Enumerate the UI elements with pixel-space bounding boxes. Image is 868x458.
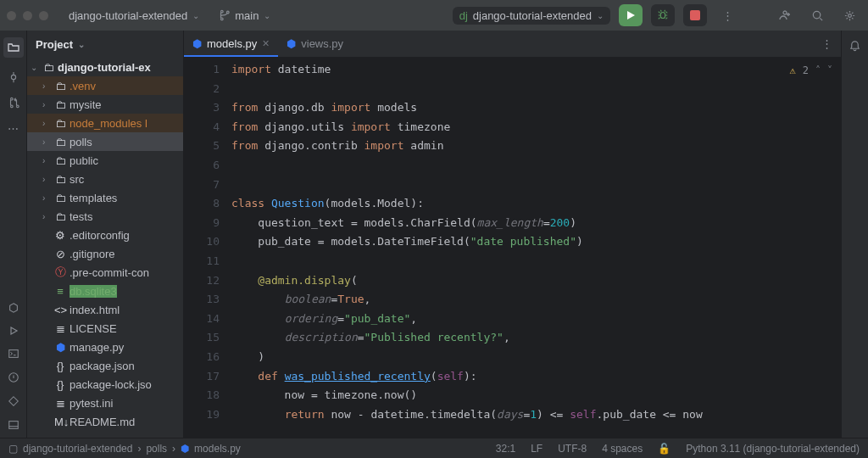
hex-icon (8, 302, 19, 314)
commit-tool-button[interactable] (8, 71, 19, 83)
line-separator[interactable]: LF (531, 443, 542, 455)
file-icon: ⚙ (54, 229, 66, 242)
title-bar: django-tutorial-extended ⌄ main ⌄ dj dja… (0, 0, 868, 31)
file-icon: 🗀 (54, 136, 66, 148)
close-icon[interactable]: ✕ (262, 38, 270, 49)
tab-more-button[interactable]: ⋮ (813, 31, 841, 57)
chevron-down-icon: ⌄ (192, 11, 199, 20)
chevron-right-icon: › (42, 212, 51, 221)
breadcrumb-item[interactable]: django-tutorial-extended (23, 443, 132, 455)
notifications-button[interactable] (849, 39, 861, 52)
commit-icon (8, 71, 19, 83)
file-icon: <> (54, 304, 66, 316)
project-tool-button[interactable] (3, 37, 24, 58)
stop-button[interactable] (683, 4, 707, 26)
tree-item[interactable]: ›🗀mysite (27, 95, 183, 114)
file-icon: 🗀 (54, 154, 66, 167)
tree-item-label: index.html (70, 304, 120, 316)
terminal-tool-button[interactable] (8, 348, 19, 360)
breadcrumb-item[interactable]: polls (146, 443, 167, 455)
code-editor[interactable]: ⚠ 2 ˄ ˅ 12345678910111213141516171819 im… (184, 58, 841, 438)
code-content[interactable]: import datetime from django.db import mo… (231, 58, 841, 438)
collapse-tool-button[interactable] (8, 419, 19, 431)
indent-widget[interactable]: 4 spaces (602, 443, 643, 455)
tree-item[interactable]: M↓README.md (27, 412, 183, 431)
breadcrumb-item[interactable]: models.py (194, 443, 241, 455)
more-tool-button[interactable]: ⋯ (8, 122, 19, 135)
run-config-selector[interactable]: dj django-tutorial-extended ⌄ (453, 7, 610, 25)
editor-area: ⬢ models.py ✕ ⬢ views.py ⋮ ⚠ 2 ˄ ˅ 12345… (184, 31, 841, 438)
tree-root[interactable]: ⌄ 🗀 django-tutorial-ex (27, 58, 183, 76)
file-encoding[interactable]: UTF-8 (558, 443, 587, 455)
minimize-dot[interactable] (23, 11, 32, 20)
folder-icon: 🗀 (42, 61, 54, 74)
code-with-me-button[interactable] (773, 4, 797, 26)
tree-item[interactable]: ≣LICENSE (27, 319, 183, 338)
tab-views[interactable]: ⬢ views.py (278, 31, 352, 57)
chevron-up-icon[interactable]: ˄ (815, 61, 821, 81)
tree-item[interactable]: ›🗀.venv (27, 76, 183, 95)
tree-item[interactable]: ⚙.editorconfig (27, 226, 183, 244)
play-icon (626, 10, 636, 20)
person-plus-icon (778, 8, 792, 22)
more-run-button[interactable]: ⋮ (715, 4, 739, 26)
structure-tool-button[interactable] (8, 97, 19, 109)
run-config-name: django-tutorial-extended (473, 9, 592, 22)
vcs-tool-button[interactable] (8, 395, 19, 407)
project-selector[interactable]: django-tutorial-extended ⌄ (64, 6, 204, 25)
debug-button[interactable] (651, 4, 675, 26)
tree-item[interactable]: <>index.html (27, 300, 183, 319)
chevron-down-icon[interactable]: ˅ (827, 61, 832, 81)
tree-item[interactable]: ›🗀polls (27, 132, 183, 151)
tree-item-label: package-lock.jso (70, 378, 152, 391)
tab-models[interactable]: ⬢ models.py ✕ (184, 31, 278, 57)
zoom-dot[interactable] (39, 11, 48, 20)
file-icon: {} (54, 378, 66, 391)
tree-item[interactable]: {}package-lock.jso (27, 375, 183, 394)
chevron-right-icon: › (42, 81, 51, 91)
status-bar: ▢ django-tutorial-extended › polls › ⬢ m… (0, 438, 868, 458)
project-panel-title: Project (36, 38, 73, 51)
tree-item[interactable]: ›🗀public (27, 151, 183, 170)
tree-item[interactable]: Ⓨ.pre-commit-con (27, 263, 183, 282)
branch-selector[interactable]: main ⌄ (213, 6, 275, 25)
tree-item[interactable]: ≣pytest.ini (27, 394, 183, 412)
run-tool-button[interactable] (8, 326, 19, 336)
interpreter-widget[interactable]: Python 3.11 (django-tutorial-extended) (686, 443, 860, 455)
tree-item[interactable]: {}package.json (27, 356, 183, 375)
tree-item-label: public (70, 154, 98, 167)
settings-button[interactable] (837, 4, 861, 26)
tree-item-label: db.sqlite3 (70, 285, 117, 298)
tree-item[interactable]: ›🗀templates (27, 188, 183, 207)
play-outline-icon (8, 326, 19, 336)
breadcrumb[interactable]: ▢ django-tutorial-extended › polls › ⬢ m… (8, 443, 241, 455)
tree-item[interactable]: ≡db.sqlite3 (27, 282, 183, 300)
tree-item-label: manage.py (70, 341, 124, 354)
tree-item[interactable]: ›🗀node_modules l (27, 114, 183, 132)
tab-label: models.py (207, 37, 257, 50)
tree-item[interactable]: ›🗀tests (27, 207, 183, 226)
python-icon: ⬢ (181, 443, 189, 455)
editor-tabs: ⬢ models.py ✕ ⬢ views.py ⋮ (184, 31, 841, 58)
search-button[interactable] (805, 4, 829, 26)
readonly-icon[interactable]: 🔓 (658, 443, 670, 455)
file-icon: 🗀 (54, 98, 66, 111)
tree-root-label: django-tutorial-ex (58, 61, 151, 74)
search-icon (811, 9, 824, 22)
inspection-widget[interactable]: ⚠ 2 ˄ ˅ (790, 61, 832, 81)
tree-item-label: src (70, 173, 84, 186)
tree-item[interactable]: ›🗀src (27, 170, 183, 188)
close-dot[interactable] (7, 11, 16, 20)
problems-tool-button[interactable] (8, 371, 19, 383)
python-packages-button[interactable] (8, 302, 19, 314)
chevron-right-icon: › (42, 119, 51, 128)
file-icon: 🗀 (54, 173, 66, 186)
bell-icon (849, 39, 861, 52)
cursor-position[interactable]: 32:1 (496, 443, 515, 455)
tree-item[interactable]: ⬢manage.py (27, 338, 183, 356)
tree-item[interactable]: ⊘.gitignore (27, 244, 183, 263)
pull-requests-icon (8, 97, 19, 109)
run-button[interactable] (619, 4, 643, 26)
file-icon: ≣ (54, 322, 66, 335)
project-panel-header[interactable]: Project ⌄ (27, 31, 183, 58)
